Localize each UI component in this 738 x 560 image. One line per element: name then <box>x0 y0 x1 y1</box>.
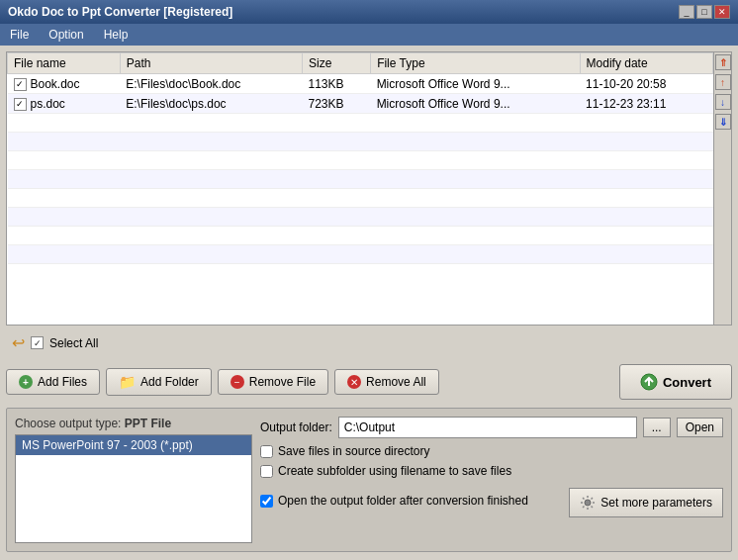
checkbox-row-3: Open the output folder after conversion … <box>260 494 528 508</box>
window-controls: _ □ ✕ <box>679 5 730 19</box>
open-output-label: Open the output folder after conversion … <box>278 494 528 508</box>
remove-all-button[interactable]: ✕ Remove All <box>334 369 439 395</box>
col-header-size: Size <box>303 53 371 74</box>
main-container: File name Path Size File Type Modify dat… <box>0 46 738 558</box>
add-folder-button[interactable]: 📁 Add Folder <box>106 368 212 396</box>
back-icon: ↩ <box>12 333 25 352</box>
minus-icon: − <box>231 375 244 389</box>
cell-modified: 11-10-20 20:58 <box>580 74 712 94</box>
cell-size: 723KB <box>303 94 371 114</box>
menu-bar: File Option Help <box>0 24 738 46</box>
svg-point-1 <box>585 500 591 506</box>
select-all-checkbox[interactable] <box>31 336 44 349</box>
cell-size: 113KB <box>303 74 371 94</box>
list-scrollbar: ⇑ ↑ ↓ ⇓ <box>713 52 731 325</box>
remove-file-button[interactable]: − Remove File <box>218 369 328 395</box>
gear-icon <box>580 495 596 511</box>
table-row-empty <box>8 170 713 189</box>
output-type-panel: Choose output type: PPT File MS PowerPoi… <box>15 417 252 543</box>
convert-icon <box>640 373 658 391</box>
cell-type: Microsoft Office Word 9... <box>371 94 580 114</box>
save-source-checkbox[interactable] <box>260 445 273 458</box>
cell-path: E:\Files\doc\ps.doc <box>120 94 302 114</box>
checkbox-row-2: Create subfolder using filename to save … <box>260 464 723 478</box>
output-type-item-ppt[interactable]: MS PowerPoint 97 - 2003 (*.ppt) <box>16 435 251 455</box>
output-folder-label: Output folder: <box>260 420 332 434</box>
convert-button[interactable]: Convert <box>619 364 732 400</box>
open-output-checkbox[interactable] <box>260 495 273 508</box>
table-row-empty <box>8 151 713 170</box>
col-header-type: File Type <box>371 53 580 74</box>
cell-type: Microsoft Office Word 9... <box>371 74 580 94</box>
add-files-button[interactable]: + Add Files <box>6 369 100 395</box>
plus-icon: + <box>19 375 33 389</box>
create-subfolder-label: Create subfolder using filename to save … <box>278 464 511 478</box>
save-source-label: Save files in source directory <box>278 444 429 458</box>
scroll-up-button[interactable]: ↑ <box>715 74 731 90</box>
open-folder-button[interactable]: Open <box>677 418 723 437</box>
folder-icon: 📁 <box>119 374 136 390</box>
set-params-button[interactable]: Set more parameters <box>569 488 723 517</box>
cell-modified: 11-12-23 23:11 <box>580 94 712 114</box>
scroll-down-button[interactable]: ↓ <box>715 94 731 110</box>
file-table: File name Path Size File Type Modify dat… <box>7 52 713 325</box>
scroll-top-button[interactable]: ⇑ <box>715 54 731 70</box>
output-settings: Output folder: ... Open Save files in so… <box>260 417 723 543</box>
col-header-modified: Modify date <box>580 53 712 74</box>
table-row[interactable]: ✓ Book.doc E:\Files\doc\Book.doc 113KB M… <box>8 74 713 94</box>
menu-option[interactable]: Option <box>43 26 89 44</box>
window-title: Okdo Doc to Ppt Converter [Registered] <box>8 5 232 19</box>
checkbox-row-1: Save files in source directory <box>260 444 723 458</box>
maximize-button[interactable]: □ <box>696 5 712 19</box>
col-header-name: File name <box>8 53 121 74</box>
minimize-button[interactable]: _ <box>679 5 694 19</box>
cell-path: E:\Files\doc\Book.doc <box>120 74 302 94</box>
output-type-value: PPT File <box>125 417 171 430</box>
table-row-empty <box>8 208 713 227</box>
create-subfolder-checkbox[interactable] <box>260 465 273 478</box>
output-type-list[interactable]: MS PowerPoint 97 - 2003 (*.ppt) <box>15 434 252 543</box>
table-row-empty <box>8 114 713 133</box>
output-folder-row: Output folder: ... Open <box>260 417 723 438</box>
table-row-empty <box>8 133 713 151</box>
output-folder-input[interactable] <box>338 417 637 438</box>
x-icon: ✕ <box>347 375 361 389</box>
menu-file[interactable]: File <box>4 26 35 44</box>
file-list-container: File name Path Size File Type Modify dat… <box>6 51 732 326</box>
output-type-label: Choose output type: PPT File <box>15 417 252 430</box>
table-row[interactable]: ✓ ps.doc E:\Files\doc\ps.doc 723KB Micro… <box>8 94 713 114</box>
col-header-path: Path <box>120 53 302 74</box>
toolbar: + Add Files 📁 Add Folder − Remove File ✕… <box>6 360 732 404</box>
select-all-label: Select All <box>49 336 98 350</box>
cell-name: ✓ Book.doc <box>8 74 121 94</box>
title-bar: Okdo Doc to Ppt Converter [Registered] _… <box>0 0 738 24</box>
table-row-empty <box>8 189 713 208</box>
bottom-panel: Choose output type: PPT File MS PowerPoi… <box>6 408 732 552</box>
close-button[interactable]: ✕ <box>714 5 730 19</box>
table-row-empty <box>8 227 713 245</box>
cell-name: ✓ ps.doc <box>8 94 121 114</box>
scroll-bottom-button[interactable]: ⇓ <box>715 114 731 130</box>
select-all-row: ↩ Select All <box>6 329 732 356</box>
table-row-empty <box>8 245 713 264</box>
browse-button[interactable]: ... <box>643 418 671 437</box>
menu-help[interactable]: Help <box>98 26 135 44</box>
